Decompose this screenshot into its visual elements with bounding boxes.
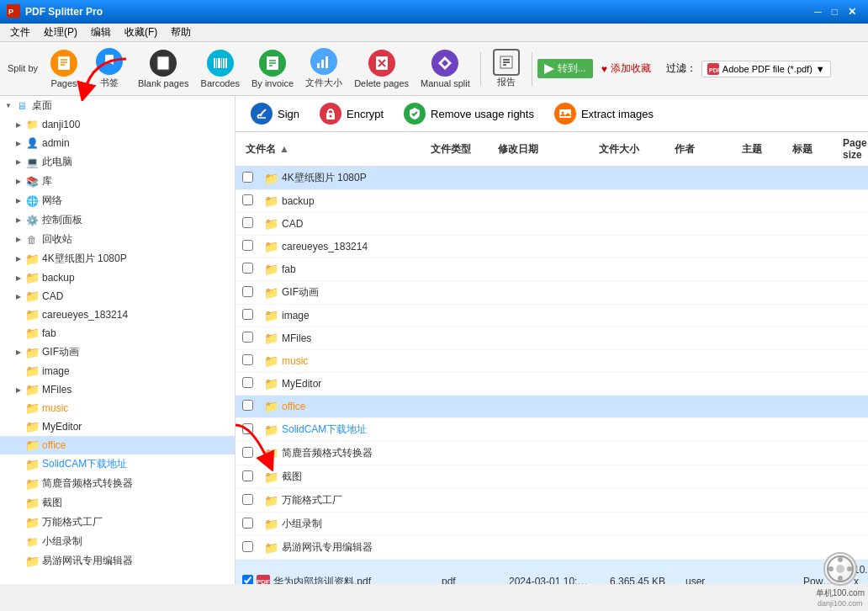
- table-row[interactable]: 📁 小组录制: [236, 513, 868, 536]
- sidebar-item-admin[interactable]: ▶ 👤 admin: [0, 134, 235, 152]
- row-checkbox[interactable]: [236, 263, 261, 276]
- svg-rect-15: [225, 58, 227, 68]
- minimize-icon[interactable]: ─: [814, 6, 822, 18]
- table-row[interactable]: PDF 华为内部培训资料.pdf pdf 2024-03-01 10:… 6,3…: [236, 560, 868, 584]
- row-checkbox[interactable]: [236, 354, 261, 368]
- header-title[interactable]: 标题: [789, 141, 839, 158]
- sidebar-item-careueyes[interactable]: ▶ 📁 careueyes_183214: [0, 306, 235, 324]
- folder-icon: 📁: [25, 290, 39, 303]
- header-filetype[interactable]: 文件类型: [427, 141, 495, 158]
- encrypt-button[interactable]: Encrypt: [311, 99, 392, 128]
- menu-help[interactable]: 帮助: [164, 24, 198, 41]
- menu-file[interactable]: 文件: [3, 24, 37, 41]
- row-checkbox[interactable]: [236, 575, 253, 584]
- table-row[interactable]: 📁 易游网讯专用编辑器: [236, 536, 868, 560]
- add-favorites-button[interactable]: ♥ 添加收藏: [595, 59, 658, 78]
- filter-value: Adobe PDF file (*.pdf): [722, 64, 812, 74]
- sidebar-item-fab[interactable]: ▶ 📁 fab: [0, 324, 235, 343]
- row-checkbox[interactable]: [236, 194, 261, 208]
- sidebar-item-yiyou[interactable]: ▶ 📁 易游网讯专用编辑器: [0, 551, 235, 571]
- split-by-pages-button[interactable]: Pages: [42, 47, 86, 91]
- sidebar-item-library[interactable]: ▶ 📚 库: [0, 172, 235, 191]
- row-checkbox[interactable]: [236, 172, 261, 185]
- header-author[interactable]: 作者: [671, 141, 738, 158]
- remove-usage-rights-button[interactable]: Remove usage rights: [395, 99, 542, 128]
- sidebar-item-office[interactable]: ▶ 📁 office: [0, 436, 235, 454]
- sidebar-item-jianlu[interactable]: ▶ 📁 简鹿音频格式转换器: [0, 474, 235, 493]
- row-checkbox[interactable]: [236, 423, 261, 437]
- split-by-blank-pages-button[interactable]: Blank pages: [133, 47, 194, 91]
- pdf-filter-icon: PDF: [707, 63, 719, 75]
- sidebar-item-desktop[interactable]: ▼ 🖥 桌面: [0, 96, 235, 115]
- row-checkbox[interactable]: [236, 447, 261, 460]
- sidebar-item-mfiles[interactable]: ▶ 📁 MFiles: [0, 380, 235, 399]
- table-row[interactable]: 📁 GIF动画: [236, 281, 868, 305]
- folder-icon: 📁: [264, 541, 278, 555]
- table-row[interactable]: 📁 office: [236, 396, 868, 418]
- sidebar-item-recycle[interactable]: ▶ 🗑 回收站: [0, 230, 235, 249]
- sidebar-item-xiaozu[interactable]: ▶ 📁 小组录制: [0, 532, 235, 551]
- row-checkbox[interactable]: [236, 309, 261, 322]
- svg-rect-14: [223, 58, 225, 68]
- split-by-bookmarks-button[interactable]: 书签: [87, 45, 131, 92]
- row-checkbox[interactable]: [236, 518, 261, 531]
- table-row[interactable]: 📁 fab: [236, 258, 868, 281]
- table-row[interactable]: 📁 image: [236, 305, 868, 327]
- row-checkbox[interactable]: [236, 494, 261, 507]
- row-checkbox[interactable]: [236, 332, 261, 345]
- sidebar-item-controlpanel[interactable]: ▶ ⚙️ 控制面板: [0, 210, 235, 230]
- header-pagesize[interactable]: Page size: [839, 135, 868, 162]
- sidebar-item-gif[interactable]: ▶ 📁 GIF动画: [0, 343, 235, 362]
- sidebar-item-network[interactable]: ▶ 🌐 网络: [0, 191, 235, 210]
- split-by-barcodes-button[interactable]: Barcodes: [196, 47, 245, 91]
- table-row[interactable]: 📁 backup: [236, 190, 868, 213]
- row-checkbox[interactable]: [236, 541, 261, 555]
- sidebar-item-myeditor[interactable]: ▶ 📁 MyEditor: [0, 417, 235, 436]
- header-size[interactable]: 文件大小: [595, 141, 671, 158]
- sidebar-item-music[interactable]: ▶ 📁 music: [0, 399, 235, 417]
- header-filename[interactable]: 文件名 ▲: [242, 141, 427, 158]
- table-row[interactable]: 📁 截图: [236, 465, 868, 489]
- table-row[interactable]: 📁 careueyes_183214: [236, 236, 868, 258]
- sidebar-item-cad[interactable]: ▶ 📁 CAD: [0, 287, 235, 306]
- table-row[interactable]: 📁 SolidCAM下载地址: [236, 418, 868, 442]
- split-by-filesize-button[interactable]: 文件大小: [300, 45, 347, 92]
- header-modified[interactable]: 修改日期: [495, 141, 595, 158]
- table-row[interactable]: 📁 简鹿音频格式转换器: [236, 442, 868, 465]
- row-checkbox[interactable]: [236, 470, 261, 484]
- sidebar-item-computer[interactable]: ▶ 💻 此电脑: [0, 152, 235, 172]
- table-row[interactable]: 📁 4K壁纸图片 1080P: [236, 167, 868, 190]
- table-row[interactable]: 📁 MyEditor: [236, 373, 868, 396]
- row-checkbox[interactable]: [236, 240, 261, 253]
- row-checkbox[interactable]: [236, 400, 261, 413]
- sidebar-item-image[interactable]: ▶ 📁 image: [0, 362, 235, 380]
- sidebar-item-danji100[interactable]: ▶ 📁 danji100: [0, 115, 235, 134]
- split-by-invoice-button[interactable]: By invoice: [246, 47, 299, 91]
- pages-label: Pages: [50, 78, 77, 88]
- close-icon[interactable]: ✕: [848, 6, 856, 18]
- sidebar-item-screenshot[interactable]: ▶ 📁 截图: [0, 493, 235, 513]
- sidebar-item-backup[interactable]: ▶ 📁 backup: [0, 268, 235, 287]
- delete-pages-button[interactable]: Delete pages: [349, 47, 414, 91]
- goto-button[interactable]: 转到...: [537, 59, 593, 78]
- sign-button[interactable]: Sign: [242, 99, 308, 128]
- filter-select[interactable]: PDF Adobe PDF file (*.pdf) ▼: [701, 61, 831, 77]
- table-row[interactable]: 📁 万能格式工厂: [236, 489, 868, 513]
- sidebar-item-wanneng[interactable]: ▶ 📁 万能格式工厂: [0, 513, 235, 532]
- row-checkbox[interactable]: [236, 217, 261, 231]
- header-subject[interactable]: 主题: [738, 141, 789, 158]
- menu-edit[interactable]: 编辑: [84, 24, 118, 41]
- table-row[interactable]: 📁 music: [236, 350, 868, 373]
- row-checkbox[interactable]: [236, 286, 261, 300]
- extract-images-button[interactable]: Extract images: [546, 99, 662, 128]
- sidebar-item-4k[interactable]: ▶ 📁 4K壁纸图片 1080P: [0, 249, 235, 268]
- report-button[interactable]: 报告: [486, 46, 527, 91]
- table-row[interactable]: 📁 CAD: [236, 213, 868, 236]
- table-row[interactable]: 📁 MFiles: [236, 327, 868, 350]
- manual-split-button[interactable]: Manual split: [415, 47, 475, 91]
- menu-process[interactable]: 处理(P): [37, 24, 84, 41]
- maximize-icon[interactable]: □: [832, 6, 838, 18]
- sidebar-item-solidcam[interactable]: ▶ 📁 SolidCAM下载地址: [0, 454, 235, 474]
- row-checkbox[interactable]: [236, 377, 261, 391]
- menu-favorites[interactable]: 收藏(F): [118, 24, 164, 41]
